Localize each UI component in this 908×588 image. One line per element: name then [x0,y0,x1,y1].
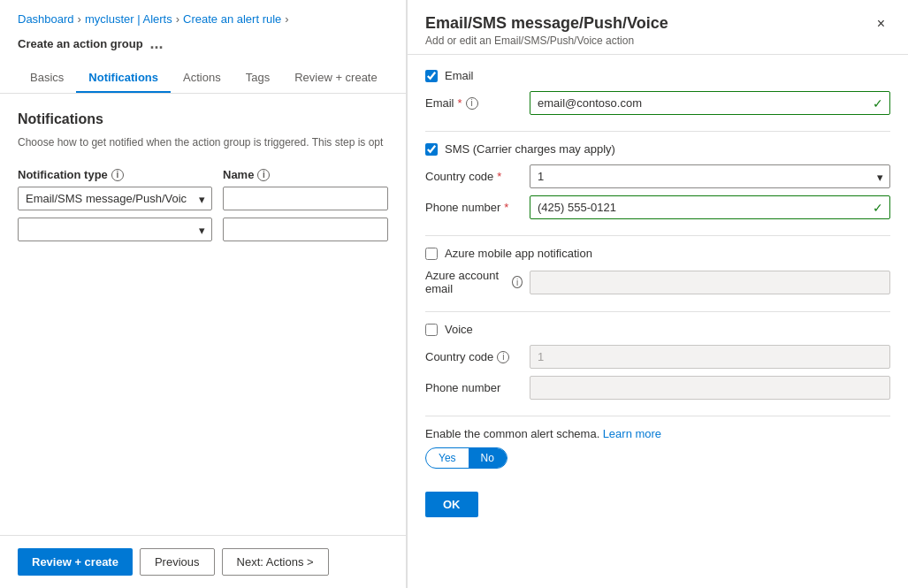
bottom-bar: Review + create Previous Next: Actions > [0,535,406,588]
sms-label: SMS (Carrier charges may apply) [445,142,615,156]
voice-phone-input [530,376,890,400]
col-name-info-icon[interactable]: i [257,169,270,181]
voice-phone-label: Phone number [425,381,523,394]
breadcrumb-create-alert[interactable]: Create an alert rule [183,12,281,26]
notifications-title: Notifications [18,111,388,127]
email-input[interactable] [530,91,890,115]
divider-4 [425,416,890,416]
notification-row-2 [18,218,388,241]
ellipsis-menu[interactable]: ... [150,34,164,53]
col-type-info-icon[interactable]: i [111,169,124,181]
breadcrumb-sep-1: › [78,12,81,26]
email-label: Email [445,69,474,82]
divider-2 [425,235,890,236]
email-field-row: Email * i ✓ [425,91,890,115]
toggle-yes-button[interactable]: Yes [426,448,469,468]
schema-desc: Enable the common alert schema. Learn mo… [425,427,890,440]
email-checkbox-row: Email [425,69,890,82]
azure-account-email-input [530,271,890,294]
voice-label: Voice [445,323,473,336]
phone-field-row: Phone number * ✓ [425,195,890,219]
voice-country-info-icon[interactable]: i [497,351,509,363]
breadcrumb: Dashboard › mycluster | Alerts › Create … [0,0,406,31]
phone-valid-icon: ✓ [873,201,883,215]
notifications-desc: Choose how to get notified when the acti… [18,134,388,150]
sms-section: SMS (Carrier charges may apply) Country … [425,142,890,219]
page-title: Create an action group [18,37,143,50]
schema-toggle-group: Yes No [425,447,507,469]
page-title-area: Create an action group ... [0,31,406,64]
flyout-title: Email/SMS message/Push/Voice [425,14,668,33]
flyout-header: Email/SMS message/Push/Voice Add or edit… [408,0,908,55]
voice-section: Voice Country code i Phone number [425,323,890,400]
voice-country-code-row: Country code i [425,345,890,369]
azure-mobile-checkbox[interactable] [425,248,438,260]
tab-actions[interactable]: Actions [171,64,233,93]
flyout-panel: Email/SMS message/Push/Voice Add or edit… [407,0,908,588]
notif-name-input-1[interactable] [223,187,388,210]
notif-type-select-1[interactable]: Email/SMS message/Push/Voice [18,187,212,210]
schema-toggle-section: Yes No [425,447,890,469]
azure-mobile-label: Azure mobile app notification [445,247,592,260]
learn-more-link[interactable]: Learn more [603,427,661,440]
breadcrumb-sep-2: › [176,12,179,26]
table-header: Notification type i Name i [18,168,388,181]
col-header-name: Name i [223,168,388,181]
email-valid-icon: ✓ [873,96,883,111]
email-required-star: * [458,96,462,110]
flyout-body: Email Email * i ✓ SMS (Carrier charges m… [408,55,908,588]
email-checkbox[interactable] [425,70,438,82]
email-field-label: Email * i [425,96,523,110]
azure-account-email-row: Azure account email i [425,269,890,295]
azure-email-info-icon[interactable]: i [512,276,523,288]
col-header-type: Notification type i [18,168,212,181]
country-code-label: Country code * [425,170,523,183]
notifications-section: Notifications Choose how to get notified… [0,94,406,535]
voice-checkbox[interactable] [425,324,438,336]
country-code-row: Country code * 1 [425,164,890,188]
notif-type-select-wrapper-1: Email/SMS message/Push/Voice [18,187,212,210]
tab-notifications[interactable]: Notifications [76,64,171,93]
phone-input-wrapper: ✓ [530,195,890,219]
phone-field-label: Phone number * [425,201,523,214]
divider-3 [425,311,890,312]
azure-mobile-section: Azure mobile app notification Azure acco… [425,247,890,295]
divider-1 [425,131,890,132]
tab-basics[interactable]: Basics [18,64,76,93]
toggle-no-button[interactable]: No [469,448,507,468]
voice-phone-row: Phone number [425,376,890,400]
breadcrumb-dashboard[interactable]: Dashboard [18,12,74,26]
country-code-select-wrapper: 1 [530,164,890,188]
ok-button[interactable]: OK [425,492,478,517]
voice-checkbox-row: Voice [425,323,890,336]
previous-button[interactable]: Previous [140,548,215,576]
notif-type-select-2[interactable] [18,218,212,241]
tab-review-create[interactable]: Review + create [282,64,390,93]
review-create-button[interactable]: Review + create [18,548,133,576]
country-code-select[interactable]: 1 [530,164,890,188]
left-panel: Dashboard › mycluster | Alerts › Create … [0,0,407,588]
next-actions-button[interactable]: Next: Actions > [222,548,329,576]
azure-mobile-checkbox-row: Azure mobile app notification [425,247,890,260]
breadcrumb-sep-3: › [285,12,288,26]
tab-tags[interactable]: Tags [233,64,282,93]
sms-checkbox[interactable] [425,143,438,156]
notification-row-1: Email/SMS message/Push/Voice [18,187,388,210]
phone-input[interactable] [530,195,890,219]
notif-name-input-2[interactable] [223,218,388,241]
flyout-title-area: Email/SMS message/Push/Voice Add or edit… [425,14,668,47]
flyout-subtitle: Add or edit an Email/SMS/Push/Voice acti… [425,34,668,47]
phone-required-star: * [504,201,508,214]
country-code-required: * [497,170,501,183]
schema-section: Enable the common alert schema. Learn mo… [425,427,890,469]
sms-checkbox-row: SMS (Carrier charges may apply) [425,142,890,156]
voice-country-code-label: Country code i [425,350,523,363]
azure-account-email-label: Azure account email i [425,269,523,295]
voice-country-code-input [530,345,890,369]
breadcrumb-mycluster[interactable]: mycluster | Alerts [85,12,172,26]
email-section: Email Email * i ✓ [425,69,890,115]
email-info-icon[interactable]: i [466,97,478,110]
notif-type-select-wrapper-2 [18,218,212,241]
close-button[interactable]: × [872,14,890,34]
tab-nav: Basics Notifications Actions Tags Review… [0,64,406,94]
